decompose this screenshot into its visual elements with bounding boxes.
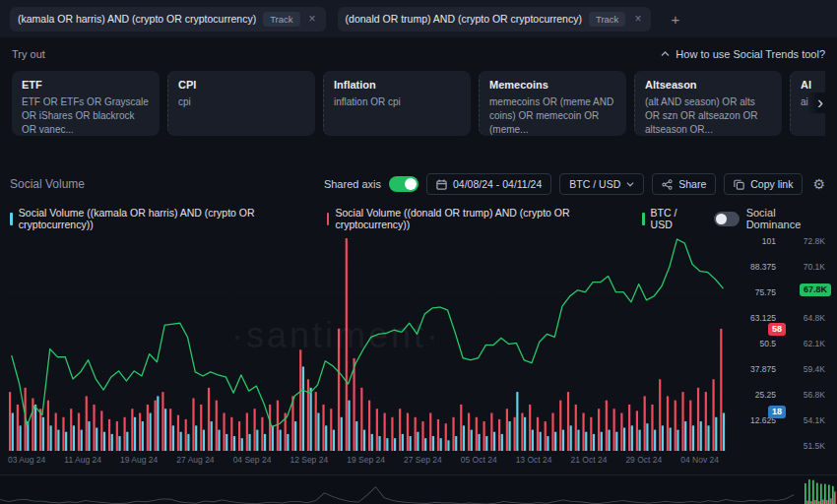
chart-legend: Social Volume ((kamala OR harris) AND (c… [0, 199, 837, 236]
legend-label: BTC / USD [651, 207, 698, 230]
y-right-tick: 51.5K [790, 442, 825, 450]
y-left-tick: 25.25 [733, 391, 776, 399]
last-trump-volume-badge: 58 [768, 323, 786, 336]
card-title: Inflation [334, 79, 461, 91]
social-dominance-label: Social Dominance [746, 207, 827, 230]
query-text: (kamala OR harris) AND (crypto OR crypto… [18, 13, 256, 25]
query-text: (donald OR trump) AND (crypto OR cryptoc… [346, 13, 582, 25]
card-description: inflation OR cpi [334, 95, 461, 109]
share-button[interactable]: Share [652, 173, 716, 195]
y-axis: 10172.8K 88.37570.1K 75.7567.4K 63.12564… [727, 238, 829, 451]
close-icon[interactable]: × [632, 13, 643, 25]
date-range-value: 04/08/24 - 04/11/24 [453, 178, 542, 190]
pair-label: BTC / USD [569, 178, 620, 190]
calendar-icon [436, 179, 447, 190]
shared-axis-label: Shared axis [324, 178, 381, 190]
x-tick: 12 Sep 24 [290, 455, 328, 465]
legend-color-kamala [10, 213, 13, 225]
close-icon[interactable]: × [307, 13, 318, 25]
legend-label: Social Volume ((donald OR trump) AND (cr… [335, 207, 625, 230]
card-title: CPI [178, 79, 305, 91]
help-link[interactable]: How to use Social Trends tool? [661, 48, 825, 60]
pair-selector[interactable]: BTC / USD [559, 173, 644, 195]
card-title: ETF [22, 79, 150, 91]
chevron-down-icon [626, 181, 634, 187]
card-title: Memecoins [489, 79, 616, 91]
y-left-tick: 37.875 [733, 365, 776, 373]
y-right-tick: 56.8K [790, 391, 825, 399]
navigator-canvas[interactable] [0, 475, 837, 504]
share-label: Share [678, 178, 706, 190]
chart-title: Social Volume [10, 177, 85, 191]
tryout-card-altseason[interactable]: Altseason (alt AND season) OR alts OR sz… [634, 71, 782, 136]
y-right-tick: 70.1K [790, 263, 825, 271]
copy-link-button[interactable]: Copy link [724, 173, 803, 195]
x-tick: 13 Oct 24 [516, 455, 552, 465]
legend-color-trump [327, 213, 330, 225]
card-description: memecoins OR (meme AND coins) OR memecoi… [489, 95, 616, 136]
chevron-right-icon[interactable]: › [807, 93, 825, 113]
y-left-tick [733, 442, 776, 450]
x-tick: 04 Sep 24 [233, 455, 272, 465]
query-chip-kamala[interactable]: (kamala OR harris) AND (crypto OR crypto… [10, 7, 326, 32]
last-price-badge: 67.8K [800, 284, 831, 296]
y-left-tick: 101 [733, 237, 776, 245]
tryout-title: Try out [12, 48, 45, 60]
x-tick: 21 Oct 24 [571, 455, 608, 465]
card-description: ETF OR ETFs OR Grayscale OR iShares OR b… [22, 95, 150, 136]
gear-icon[interactable]: ⚙ [810, 176, 827, 192]
last-kamala-volume-badge: 18 [768, 406, 786, 418]
x-tick: 04 Nov 24 [680, 455, 719, 465]
tryout-card-memecoins[interactable]: Memecoins memecoins OR (meme AND coins) … [479, 71, 626, 136]
y-left-tick: 63.125 [733, 314, 776, 322]
chart-area: ·santiment· 10172.8K 88.37570.1K 75.7567… [0, 238, 837, 451]
card-title: AI [801, 79, 825, 91]
y-right-tick: 54.1K [790, 416, 825, 424]
x-tick: 11 Aug 24 [64, 455, 101, 465]
tryout-card-cpi[interactable]: CPI cpi [167, 71, 315, 136]
legend-color-btc [642, 213, 645, 225]
chart-header: Social Volume Shared axis 04/08/24 - 04/… [0, 169, 837, 199]
x-axis: 03 Aug 24 11 Aug 24 19 Aug 24 27 Aug 24 … [0, 451, 719, 465]
copy-icon [734, 179, 744, 190]
x-tick: 03 Aug 24 [8, 455, 45, 465]
y-right-tick: 62.1K [790, 340, 825, 347]
tryout-section: Try out How to use Social Trends tool? E… [0, 37, 837, 144]
x-tick: 19 Sep 24 [347, 455, 385, 465]
y-left-tick: 75.75 [733, 288, 776, 296]
date-range-button[interactable]: 04/08/24 - 04/11/24 [426, 173, 551, 195]
y-left-tick: 88.375 [733, 263, 776, 271]
x-tick: 27 Aug 24 [176, 455, 214, 465]
y-right-tick: 72.8K [790, 237, 825, 245]
query-topbar: (kamala OR harris) AND (crypto OR crypto… [0, 0, 837, 37]
query-chip-trump[interactable]: (donald OR trump) AND (crypto OR cryptoc… [338, 7, 652, 32]
tryout-card-etf[interactable]: ETF ETF OR ETFs OR Grayscale OR iShares … [12, 71, 160, 136]
x-tick: 05 Oct 24 [461, 455, 497, 465]
timeline-navigator [0, 474, 837, 504]
copy-link-label: Copy link [750, 178, 793, 190]
legend-item-btc[interactable]: BTC / USD [642, 207, 698, 230]
y-right-tick: 64.8K [790, 314, 825, 322]
x-tick: 27 Sep 24 [404, 455, 442, 465]
card-description: (alt AND season) OR alts OR szn OR altse… [645, 95, 772, 136]
track-tag[interactable]: Track [263, 12, 299, 27]
legend-item-kamala[interactable]: Social Volume ((kamala OR harris) AND (c… [10, 207, 311, 230]
share-icon [662, 179, 673, 190]
tryout-card-inflation[interactable]: Inflation inflation OR cpi [323, 71, 471, 136]
shared-axis-toggle[interactable] [389, 176, 418, 192]
y-right-tick: 59.4K [790, 365, 825, 373]
legend-item-trump[interactable]: Social Volume ((donald OR trump) AND (cr… [327, 207, 626, 230]
card-description: cpi [178, 95, 305, 109]
card-title: Altseason [645, 79, 772, 91]
legend-label: Social Volume ((kamala OR harris) AND (c… [19, 207, 311, 230]
track-tag[interactable]: Track [589, 12, 625, 27]
y-left-tick: 50.5 [733, 340, 776, 347]
tryout-cards: ETF ETF OR ETFs OR Grayscale OR iShares … [12, 71, 825, 136]
chevron-up-icon [661, 51, 670, 57]
social-volume-chart[interactable] [8, 238, 727, 451]
x-tick: 19 Aug 24 [120, 455, 158, 465]
social-dominance-toggle[interactable] [714, 212, 740, 226]
add-query-button[interactable]: + [663, 9, 687, 30]
help-link-label: How to use Social Trends tool? [676, 48, 825, 60]
x-tick: 29 Oct 24 [625, 455, 662, 465]
